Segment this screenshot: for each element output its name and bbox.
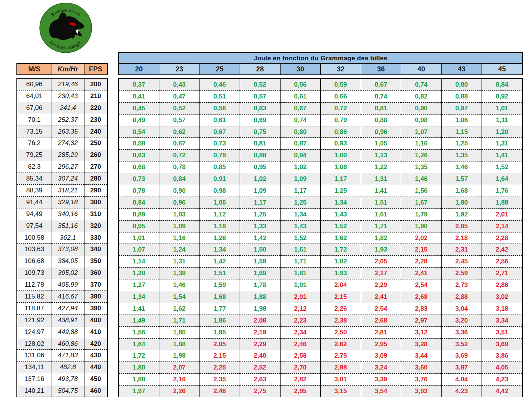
joule-value-210fps-25g: 0,51 — [200, 90, 240, 102]
joule-value-250fps-30g: 0,87 — [280, 138, 321, 150]
joule-value-260fps-28g: 0,88 — [240, 150, 281, 161]
joule-value-420fps-23g: 1,88 — [159, 338, 200, 350]
joule-row-fps-460: 1,972,262,462,752,953,153,543,934,234,42 — [119, 386, 522, 397]
joule-row-fps-220: 0,450,520,560,630,670,720,810,900,971,01 — [119, 102, 522, 114]
kmh-value: 241,4 — [52, 102, 84, 114]
joule-value-210fps-28g: 0,57 — [240, 90, 281, 102]
joule-value-450fps-43g: 4,04 — [441, 374, 482, 386]
joule-value-390fps-28g: 1,98 — [240, 303, 281, 315]
joule-value-360fps-28g: 1,69 — [240, 268, 281, 279]
joule-value-230fps-45g: 1,11 — [482, 114, 522, 126]
joule-value-240fps-43g: 1,15 — [441, 126, 482, 138]
joule-value-200fps-40g: 0,74 — [401, 79, 442, 90]
kmh-value: 460,86 — [52, 338, 84, 350]
joule-value-450fps-40g: 3,76 — [401, 374, 442, 386]
ms-value: 115,82 — [17, 291, 52, 303]
joule-value-260fps-45g: 1,41 — [482, 150, 522, 161]
joule-value-260fps-32g: 1,00 — [321, 150, 361, 161]
joule-value-390fps-45g: 3,18 — [482, 303, 522, 315]
kmh-value: 384,05 — [52, 255, 84, 267]
fps-value: 260 — [84, 149, 107, 161]
speed-header-row: M/S Km/Hr FPS — [17, 64, 107, 74]
joule-value-280fps-23g: 0,84 — [159, 173, 200, 185]
joule-value-320fps-20g: 0,95 — [119, 220, 159, 232]
speed-row-fps-330: 100,58362,1330 — [17, 232, 107, 244]
speed-row-fps-320: 97,54351,16320 — [17, 220, 107, 232]
joule-value-400fps-30g: 2,23 — [280, 315, 321, 326]
joule-value-270fps-40g: 1,35 — [401, 161, 442, 173]
joule-value-390fps-25g: 1,77 — [200, 303, 240, 315]
fps-value: 420 — [84, 338, 107, 350]
joule-row-fps-420: 1,641,882,052,292,462,622,953,283,523,69 — [119, 338, 522, 350]
joule-value-230fps-43g: 1,06 — [441, 114, 482, 126]
joule-value-230fps-23g: 0,57 — [159, 114, 200, 126]
joule-value-400fps-40g: 2,97 — [401, 315, 442, 326]
joule-value-460fps-20g: 1,97 — [119, 386, 159, 397]
joule-value-410fps-20g: 1,56 — [119, 326, 159, 338]
joule-value-400fps-36g: 2,68 — [361, 315, 401, 326]
joule-value-200fps-28g: 0,52 — [240, 79, 281, 90]
joule-value-410fps-32g: 2,50 — [321, 326, 361, 338]
joule-value-300fps-20g: 0,84 — [119, 197, 159, 208]
joule-value-300fps-28g: 1,17 — [240, 197, 281, 208]
joule-value-240fps-32g: 0,86 — [321, 126, 361, 138]
joule-row-fps-230: 0,490,570,610,690,740,790,880,981,061,11 — [119, 114, 522, 126]
ms-value: 64,01 — [17, 90, 52, 102]
joule-value-270fps-36g: 1,22 — [361, 161, 401, 173]
joule-value-400fps-43g: 3,20 — [441, 315, 482, 326]
ms-value: 67,06 — [17, 102, 52, 114]
joule-value-290fps-25g: 0,98 — [200, 185, 240, 197]
speed-row-fps-460: 140,21504,75460 — [17, 385, 107, 397]
joule-value-420fps-30g: 2,46 — [280, 338, 321, 350]
joule-value-450fps-36g: 3,39 — [361, 374, 401, 386]
ms-header: M/S — [17, 64, 52, 74]
joule-value-340fps-25g: 1,34 — [200, 244, 240, 256]
joule-value-270fps-32g: 1,08 — [321, 161, 361, 173]
speed-values-box: 60,96219,4620064,01230,4321067,06241,422… — [16, 78, 108, 397]
joule-value-340fps-28g: 1,50 — [240, 244, 281, 256]
joule-value-410fps-45g: 3,51 — [482, 326, 522, 338]
joule-value-310fps-43g: 1,92 — [441, 208, 482, 220]
joule-row-fps-260: 0,630,720,790,880,941,001,131,261,351,41 — [119, 150, 522, 161]
joule-value-420fps-43g: 3,52 — [441, 338, 482, 350]
joule-value-370fps-36g: 2,29 — [361, 279, 401, 291]
joule-value-360fps-36g: 2,17 — [361, 268, 401, 279]
grammage-header-36: 36 — [361, 64, 401, 75]
joule-value-380fps-23g: 1,54 — [159, 291, 200, 303]
joule-value-220fps-43g: 0,97 — [441, 102, 482, 114]
fps-value: 370 — [84, 279, 107, 291]
joule-value-340fps-30g: 1,61 — [280, 244, 321, 256]
fps-value: 300 — [84, 196, 107, 208]
joule-value-230fps-20g: 0,49 — [119, 114, 159, 126]
kmh-value: 263,35 — [52, 126, 84, 137]
joule-value-270fps-43g: 1,46 — [441, 161, 482, 173]
joule-value-330fps-30g: 1,52 — [280, 232, 321, 244]
joule-value-340fps-43g: 2,31 — [441, 244, 482, 256]
joule-value-290fps-28g: 1,09 — [240, 185, 281, 197]
grammage-header-row: 20232528303236404345 — [119, 64, 522, 75]
joule-value-280fps-25g: 0,91 — [200, 173, 240, 185]
joule-value-420fps-40g: 3,28 — [401, 338, 442, 350]
fps-header: FPS — [84, 64, 107, 74]
ms-value: 85,34 — [17, 173, 52, 185]
grammage-header-45: 45 — [482, 64, 522, 75]
joule-value-350fps-40g: 2,28 — [401, 256, 442, 268]
joule-value-250fps-25g: 0,73 — [200, 138, 240, 150]
speed-row-fps-430: 131,06471,83430 — [17, 350, 107, 361]
joule-row-fps-410: 1,561,801,952,192,342,502,813,123,363,51 — [119, 326, 522, 338]
fps-value: 360 — [84, 267, 107, 279]
joule-value-330fps-20g: 1,01 — [119, 232, 159, 244]
joule-value-380fps-20g: 1,34 — [119, 291, 159, 303]
kmh-value: 230,43 — [52, 90, 84, 102]
joule-values-table: 0,370,430,460,520,560,590,670,740,800,84… — [119, 79, 522, 397]
joule-value-360fps-43g: 2,59 — [441, 268, 482, 279]
joule-value-270fps-20g: 0,68 — [119, 161, 159, 173]
fps-value: 210 — [84, 90, 107, 102]
joule-value-360fps-32g: 1,93 — [321, 268, 361, 279]
boutique-airsoft-logo: Boutique Airsoft Les furets enragés — [39, 2, 93, 53]
speed-row-fps-260: 79,25285,29260 — [17, 149, 107, 161]
joule-value-460fps-30g: 2,95 — [280, 386, 321, 397]
fps-value: 320 — [84, 220, 107, 232]
joule-value-330fps-28g: 1,42 — [240, 232, 281, 244]
speed-row-fps-240: 73,15263,35240 — [17, 126, 107, 137]
